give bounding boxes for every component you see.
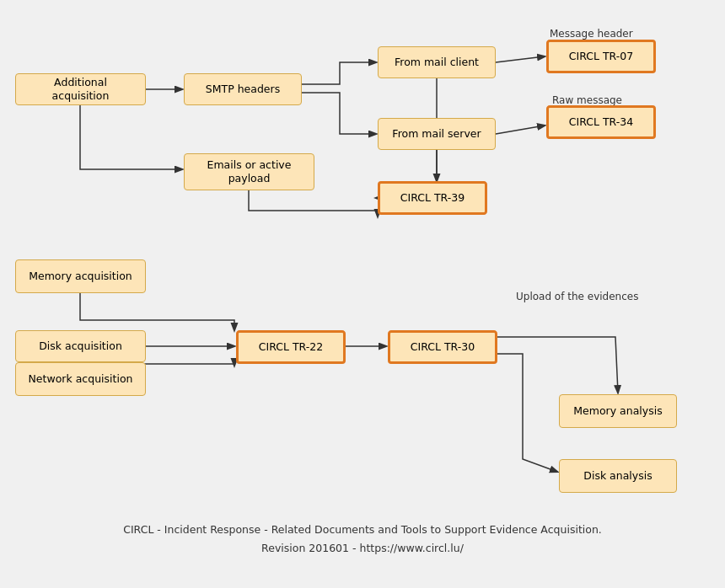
node-emails-payload: Emails or active payload: [184, 153, 314, 190]
footer-title: CIRCL - Incident Response - Related Docu…: [42, 523, 683, 536]
node-disk-analysis: Disk analysis: [559, 459, 677, 493]
footer-revision: Revision 201601 - https://www.circl.lu/: [42, 542, 683, 554]
node-circl-tr34: CIRCL TR-34: [546, 105, 656, 139]
node-disk-acquisition: Disk acquisition: [15, 330, 146, 362]
node-circl-tr30: CIRCL TR-30: [388, 330, 497, 364]
svg-line-2: [496, 126, 545, 134]
node-memory-acquisition: Memory acquisition: [15, 259, 146, 293]
node-additional-acquisition: Additional acquisition: [15, 73, 146, 105]
node-circl-tr22: CIRCL TR-22: [236, 330, 346, 364]
node-memory-analysis: Memory analysis: [559, 394, 677, 428]
node-network-acquisition: Network acquisition: [15, 362, 146, 396]
diagram-container: Additional acquisition SMTP headers Emai…: [0, 0, 725, 588]
node-from-mail-client: From mail client: [378, 46, 496, 78]
node-circl-tr39: CIRCL TR-39: [378, 181, 487, 215]
label-upload-evidences: Upload of the evidences: [516, 291, 638, 302]
node-smtp-headers: SMTP headers: [184, 73, 302, 105]
node-circl-tr07: CIRCL TR-07: [546, 40, 656, 73]
node-from-mail-server: From mail server: [378, 118, 496, 150]
label-raw-message: Raw message: [552, 94, 622, 106]
svg-line-1: [496, 56, 545, 62]
label-message-header: Message header: [550, 28, 633, 40]
